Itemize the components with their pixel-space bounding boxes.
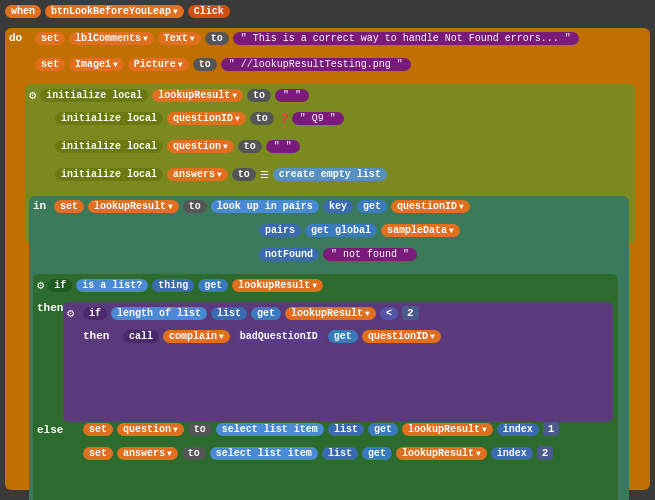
notFound-value: " not found "	[323, 248, 417, 261]
gear-icon-1	[29, 88, 36, 103]
set-label-lr: set	[54, 200, 84, 213]
init-local-2: initialize local	[55, 112, 163, 125]
badQuestionID-inner: badQuestionID	[234, 330, 324, 343]
to-label-lr: to	[183, 200, 207, 213]
call-label-inner: call	[123, 330, 159, 343]
questionID-val-container: ❓ " Q9 "	[278, 112, 344, 125]
when-block: when btnLookBeforeYouLeap Click	[5, 5, 230, 18]
index-label-2: index	[491, 447, 533, 460]
to-label-2: to	[193, 58, 217, 71]
comments-value: " This is a correct way to handle Not Fo…	[233, 32, 579, 45]
question-mark-icon: ❓	[278, 113, 290, 125]
when-label: when	[5, 5, 41, 18]
is-list-label: is a list?	[76, 279, 148, 292]
get-lookupResult-q: get	[368, 423, 398, 436]
do-container: do set lblComments Text to " This is a c…	[5, 28, 650, 490]
sampleData-var[interactable]: sampleData	[381, 224, 460, 237]
lt-operator: <	[380, 307, 398, 320]
lookupResult-a-var[interactable]: lookupResult	[396, 447, 487, 460]
inner-if-row: if length of list list get lookupResult …	[83, 306, 419, 320]
init-row-1: initialize local lookupResult to " "	[29, 88, 309, 103]
lookupResult-outer-var[interactable]: lookupResult	[232, 279, 323, 292]
picture-value: " //lookupResultTesting.png "	[221, 58, 411, 71]
to-label-6: to	[232, 168, 256, 181]
lookupResult-set-var[interactable]: lookupResult	[88, 200, 179, 213]
num-2: 2	[402, 306, 419, 320]
index-2: 2	[537, 446, 554, 460]
image1-var[interactable]: Image1	[69, 58, 124, 71]
lookupResult-inner-var[interactable]: lookupResult	[285, 307, 376, 320]
list-icon: ☰	[260, 169, 269, 181]
get-lookupResult-a: get	[362, 447, 392, 460]
inner-if-container: if length of list list get lookupResult …	[63, 302, 613, 422]
question-init-val: " "	[266, 140, 300, 153]
get-lookupResult-inner: get	[251, 307, 281, 320]
set-answers-row: set answers to select list item list get…	[83, 446, 553, 460]
questionID-get-var[interactable]: questionID	[391, 200, 470, 213]
notFound-row: notFound " not found "	[259, 248, 417, 261]
to-label-q: to	[188, 423, 212, 436]
set-label-a: set	[83, 447, 113, 460]
in-container: in set lookupResult to look up in pairs …	[29, 196, 629, 500]
questionID-init-val: " Q9 "	[292, 112, 344, 125]
lookupResult-q-var[interactable]: lookupResult	[402, 423, 493, 436]
list-label-inner: list	[211, 307, 247, 320]
complain-inner[interactable]: complain	[163, 330, 230, 343]
gear-icon-2	[37, 278, 44, 293]
set-label-2: set	[35, 58, 65, 71]
set-row-2: set Image1 Picture to " //lookupResultTe…	[35, 58, 411, 71]
question-set-var[interactable]: question	[117, 423, 184, 436]
in-label: in	[33, 200, 46, 212]
set-label-q: set	[83, 423, 113, 436]
set-lookupResult-row: set lookupResult to look up in pairs key…	[54, 200, 470, 213]
lookupResult-var[interactable]: lookupResult	[152, 89, 243, 102]
outer-if-container: if is a list? thing get lookupResult the…	[33, 274, 618, 500]
pairs-label: pairs	[259, 224, 301, 237]
answers-var[interactable]: answers	[167, 168, 228, 181]
set-row-1: set lblComments Text to " This is a corr…	[35, 32, 579, 45]
question-var[interactable]: question	[167, 140, 234, 153]
to-label-5: to	[238, 140, 262, 153]
notFound-label: notFound	[259, 248, 319, 261]
key-label: key	[323, 200, 353, 213]
get-lookupResult-outer: get	[198, 279, 228, 292]
init-local-4: initialize local	[55, 168, 163, 181]
index-label-1: index	[497, 423, 539, 436]
picture-prop[interactable]: Picture	[128, 58, 189, 71]
set-question-row: set question to select list item list ge…	[83, 422, 559, 436]
length-of-list-label: length of list	[111, 307, 207, 320]
list-label-a: list	[322, 447, 358, 460]
answers-set-var[interactable]: answers	[117, 447, 178, 460]
init-row-3: initialize local question to " "	[55, 140, 300, 153]
list-label-q: list	[328, 423, 364, 436]
get-questionID-inner: get	[328, 330, 358, 343]
select-list-item-1: select list item	[216, 423, 324, 436]
questionID-var[interactable]: questionID	[167, 112, 246, 125]
get-sampleData: get global	[305, 224, 377, 237]
lookupResult-init-val: " "	[275, 89, 309, 102]
do-label: do	[9, 32, 22, 44]
questionID-inner-var[interactable]: questionID	[362, 330, 441, 343]
to-label-3: to	[247, 89, 271, 102]
initialize-container: initialize local lookupResult to " " ini…	[25, 84, 635, 244]
pairs-row: pairs get global sampleData	[259, 224, 460, 237]
index-1: 1	[543, 422, 560, 436]
call-complain-row: call complain badQuestionID get question…	[123, 330, 441, 343]
look-up-pairs-label: look up in pairs	[211, 200, 319, 213]
create-empty-list: create empty list	[273, 168, 387, 181]
get-questionID: get	[357, 200, 387, 213]
thing-label: thing	[152, 279, 194, 292]
to-label-1: to	[205, 32, 229, 45]
else-inner-label: else	[37, 424, 63, 436]
if-label-inner: if	[83, 307, 107, 320]
then-label-inner: then	[83, 330, 109, 342]
to-label-a: to	[182, 447, 206, 460]
init-local-1: initialize local	[40, 89, 148, 102]
click-event: Click	[188, 5, 230, 18]
lblComments-var[interactable]: lblComments	[69, 32, 154, 45]
set-label-1: set	[35, 32, 65, 45]
init-row-2: initialize local questionID to ❓ " Q9 "	[55, 112, 344, 125]
text-prop[interactable]: Text	[158, 32, 201, 45]
gear-icon-3	[67, 306, 74, 321]
btn-look-before-you-leap[interactable]: btnLookBeforeYouLeap	[45, 5, 184, 18]
